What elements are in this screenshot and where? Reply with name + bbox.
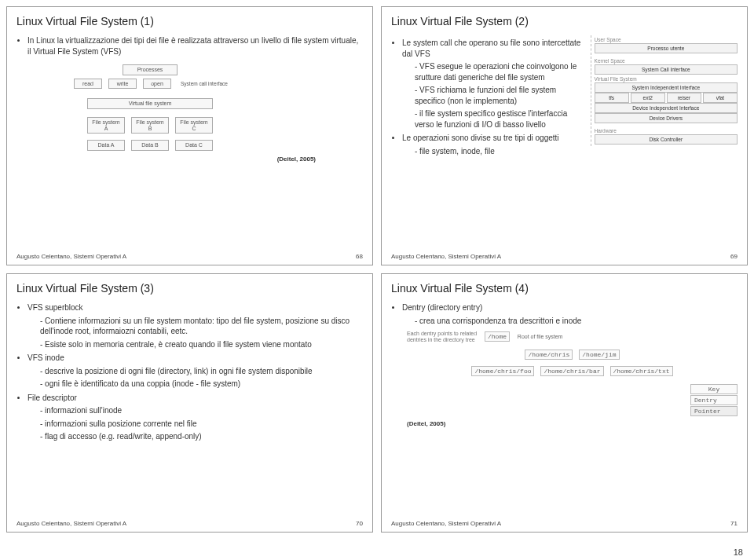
sub-bullet: il file system specifico gestisce l'inte… (415, 108, 583, 130)
diagram-ext2: ext2 (631, 93, 665, 103)
bullet: Le operazioni sono divise su tre tipi di… (402, 133, 583, 144)
slide-title: Linux Virtual File System (4) (391, 282, 738, 295)
sub-bullet: VFS richiama le funzioni del file system… (415, 85, 583, 106)
slide-2: Linux Virtual File System (2) Le system … (381, 6, 748, 265)
diagram-key: Key (690, 384, 738, 394)
diagram-dii: Device Independent Interface (595, 103, 738, 113)
diagram-sci-label: System call interface (181, 81, 228, 86)
diagram-tfs: tfs (595, 93, 629, 103)
diagram-jim: /home/jim (579, 350, 619, 360)
footer-author: Augusto Celentano, Sistemi Operativi A (16, 253, 126, 260)
bullet: Dentry (directory entry) (402, 302, 738, 313)
bullet: File descriptor (27, 393, 363, 404)
slide-title: Linux Virtual File System (1) (16, 15, 363, 27)
slide-1: Linux Virtual File System (1) In Linux l… (6, 6, 373, 265)
diagram-sci: System Call Interface (595, 64, 738, 75)
slide-3: Linux Virtual File System (3) VFS superb… (6, 273, 373, 533)
diagram-disk: Disk Controller (595, 134, 738, 145)
sub-bullet: descrive la posizione di ogni file (dire… (40, 366, 363, 377)
diagram-reiser: reiser (667, 93, 701, 103)
vfs-layers-diagram: User Space Processo utente Kernel Space … (591, 35, 738, 159)
diagram-sii: System Independent Interface (595, 82, 738, 93)
diagram-fsa: File system A (87, 117, 125, 134)
footer-author: Augusto Celentano, Sistemi Operativi A (391, 520, 501, 527)
diagram-dc: Data C (175, 140, 213, 151)
sub-bullet: Contiene informazioni su un file system … (40, 316, 363, 337)
diagram-fsc: File system C (175, 117, 213, 134)
diagram-home: /home (485, 331, 510, 342)
dentry-diagram: Each dentry points to related dentries i… (407, 331, 738, 417)
diagram-dentry: Dentry (690, 395, 738, 405)
diagram-note: Each dentry points to related dentries i… (407, 331, 478, 344)
sub-bullet: crea una corrispondenza tra descrittori … (415, 316, 738, 327)
sub-bullet: flag di accesso (e.g. read/write, append… (40, 431, 363, 442)
sub-bullet: Esiste solo in memoria centrale, è creat… (40, 339, 363, 350)
diagram-vfat: vfat (703, 93, 738, 103)
diagram-vfs: Virtual file system (87, 98, 213, 109)
diagram-vfs-label: Virtual File System (595, 76, 738, 82)
diagram-foo: /home/chris/foo (471, 366, 534, 376)
diagram-fsb: File system B (131, 117, 169, 134)
footer-author: Augusto Celentano, Sistemi Operativi A (16, 520, 126, 527)
diagram-open: open (143, 79, 171, 90)
diagram-bar: /home/chris/bar (540, 366, 603, 376)
bullet: VFS inode (27, 353, 363, 364)
slide-number: 69 (730, 253, 738, 260)
diagram-pointer: Pointer (690, 406, 738, 416)
diagram-processes: Processes (123, 64, 178, 75)
diagram-chris: /home/chris (525, 350, 573, 360)
diagram-hardware: Hardware (595, 128, 738, 134)
vfs-processes-diagram: Processes read write open System call in… (48, 63, 252, 152)
diagram-root-label: Root of file system (518, 334, 563, 339)
slide-number: 70 (356, 520, 363, 527)
sub-bullet: ogni file è identificato da una coppia (… (40, 379, 363, 390)
slide-number: 68 (356, 253, 363, 260)
bullet: Le system call che operano su file sono … (402, 38, 583, 59)
bullet: In Linux la virtualizzazione dei tipi de… (27, 35, 363, 57)
diagram-drivers: Device Drivers (595, 113, 738, 123)
sub-bullet: informazioni sulla posizione corrente ne… (40, 419, 363, 430)
diagram-db: Data B (131, 140, 169, 151)
diagram-txt: /home/chris/txt (610, 366, 673, 376)
diagram-proc-utente: Processo utente (595, 43, 738, 53)
diagram-credit: (Deitel, 2005) (16, 156, 316, 163)
slide-sheet: Linux Virtual File System (1) In Linux l… (6, 6, 748, 533)
sub-bullet: informazioni sull'inode (40, 405, 363, 416)
diagram-kernel-space: Kernel Space (595, 58, 738, 64)
slide-4: Linux Virtual File System (4) Dentry (di… (381, 273, 748, 533)
diagram-user-space: User Space (595, 37, 738, 42)
slide-title: Linux Virtual File System (3) (16, 282, 363, 295)
diagram-read: read (74, 79, 102, 90)
sub-bullet: file system, inode, file (415, 146, 583, 157)
slide-number: 71 (730, 520, 738, 527)
sub-bullet: VFS esegue le operazioni che coinvolgono… (415, 61, 583, 82)
diagram-credit: (Deitel, 2005) (407, 420, 738, 427)
footer-author: Augusto Celentano, Sistemi Operativi A (391, 253, 501, 260)
diagram-da: Data A (87, 140, 125, 151)
bullet: VFS superblock (27, 302, 363, 313)
slide-title: Linux Virtual File System (2) (391, 15, 738, 27)
diagram-write: write (108, 79, 137, 90)
